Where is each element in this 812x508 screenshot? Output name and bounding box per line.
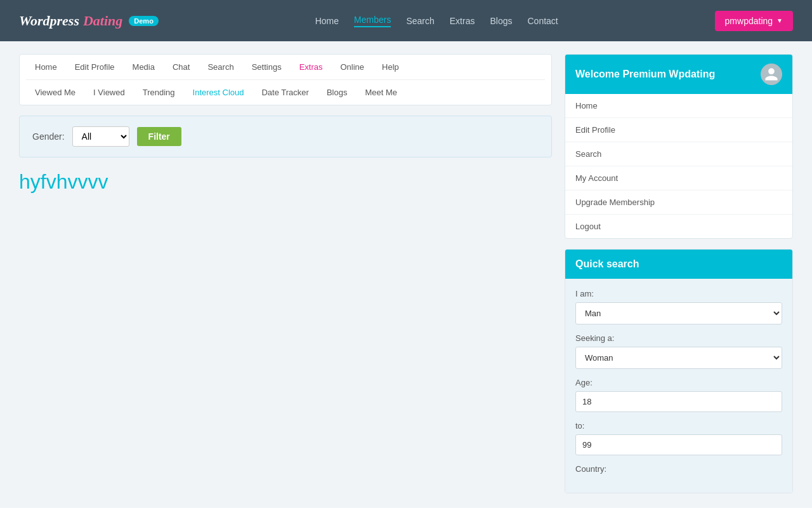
logo-dating: Dating [83, 13, 122, 29]
logo-wordpress: Wordpress [19, 13, 79, 29]
nav-members[interactable]: Members [354, 15, 391, 27]
subnav-online[interactable]: Online [331, 55, 373, 79]
main-container: Home Edit Profile Media Chat Search Sett… [0, 41, 812, 506]
nav-extras[interactable]: Extras [450, 16, 475, 26]
avatar [761, 64, 782, 85]
welcome-menu-my-account[interactable]: My Account [565, 166, 792, 190]
subnav-viewed-me[interactable]: Viewed Me [26, 80, 84, 105]
quick-search-body: I am: Man Woman Seeking a: Woman Man Age… [565, 279, 792, 493]
qs-seeking-field: Seeking a: Woman Man [575, 333, 782, 369]
sub-nav: Home Edit Profile Media Chat Search Sett… [19, 54, 552, 105]
subnav-blogs[interactable]: Blogs [318, 80, 357, 105]
qs-country-field: Country: [575, 464, 782, 474]
subnav-search[interactable]: Search [199, 55, 242, 79]
nav-blogs[interactable]: Blogs [490, 16, 512, 26]
demo-badge: Demo [129, 16, 159, 26]
welcome-menu-edit-profile[interactable]: Edit Profile [565, 118, 792, 142]
subnav-help[interactable]: Help [373, 55, 408, 79]
subnav-date-tracker[interactable]: Date Tracker [252, 80, 317, 105]
quick-search-title: Quick search [575, 258, 639, 269]
user-name: pmwpdating [725, 16, 773, 26]
subnav-home[interactable]: Home [26, 55, 66, 79]
subnav-interest-cloud[interactable]: Interest Cloud [184, 80, 253, 105]
welcome-menu-logout[interactable]: Logout [565, 215, 792, 238]
user-avatar-icon [764, 67, 779, 82]
subnav-extras[interactable]: Extras [291, 55, 332, 79]
content-heading: hyfvhvvvv [19, 170, 552, 194]
welcome-title: Welcome Premium Wpdating [575, 69, 715, 80]
qs-i-am-field: I am: Man Woman [575, 289, 782, 324]
nav-home[interactable]: Home [315, 16, 339, 26]
qs-seeking-select[interactable]: Woman Man [575, 347, 782, 369]
user-menu-button[interactable]: pmwpdating ▼ [715, 11, 793, 31]
welcome-menu-upgrade[interactable]: Upgrade Membership [565, 190, 792, 215]
header: Wordpress Dating Demo Home Members Searc… [0, 0, 812, 41]
subnav-edit-profile[interactable]: Edit Profile [66, 55, 124, 79]
nav-contact[interactable]: Contact [528, 16, 558, 26]
gender-select[interactable]: All Man Woman [72, 126, 129, 147]
qs-country-label: Country: [575, 464, 782, 474]
left-content: Home Edit Profile Media Chat Search Sett… [19, 54, 552, 493]
subnav-media[interactable]: Media [124, 55, 164, 79]
sub-nav-bottom-row: Viewed Me I Viewed Trending Interest Clo… [26, 80, 545, 105]
subnav-meet-me[interactable]: Meet Me [356, 80, 406, 105]
filter-box: Gender: All Man Woman Filter [19, 116, 552, 157]
nav-search[interactable]: Search [406, 16, 434, 26]
welcome-menu-home[interactable]: Home [565, 94, 792, 118]
gender-label: Gender: [32, 131, 65, 142]
qs-seeking-label: Seeking a: [575, 333, 782, 343]
chevron-down-icon: ▼ [776, 17, 783, 24]
subnav-trending[interactable]: Trending [134, 80, 184, 105]
sub-nav-top-row: Home Edit Profile Media Chat Search Sett… [26, 55, 545, 80]
qs-age-label: Age: [575, 378, 782, 387]
quick-search-header: Quick search [565, 250, 792, 279]
welcome-menu-search[interactable]: Search [565, 142, 792, 166]
qs-age-to-label: to: [575, 421, 782, 431]
qs-i-am-select[interactable]: Man Woman [575, 302, 782, 324]
qs-age-from-input[interactable] [575, 391, 782, 412]
welcome-header: Welcome Premium Wpdating [565, 55, 792, 94]
qs-age-from-field: Age: [575, 378, 782, 412]
subnav-chat[interactable]: Chat [164, 55, 199, 79]
right-sidebar: Welcome Premium Wpdating Home Edit Profi… [565, 54, 793, 493]
qs-age-to-field: to: [575, 421, 782, 455]
quick-search-box: Quick search I am: Man Woman Seeking a: … [565, 249, 793, 493]
subnav-settings[interactable]: Settings [243, 55, 291, 79]
main-nav: Home Members Search Extras Blogs Contact [315, 15, 558, 27]
subnav-i-viewed[interactable]: I Viewed [84, 80, 134, 105]
logo: Wordpress Dating Demo [19, 13, 159, 29]
qs-i-am-label: I am: [575, 289, 782, 298]
qs-age-to-input[interactable] [575, 434, 782, 455]
filter-button[interactable]: Filter [137, 127, 181, 146]
welcome-box: Welcome Premium Wpdating Home Edit Profi… [565, 54, 793, 239]
welcome-menu: Home Edit Profile Search My Account Upgr… [565, 94, 792, 238]
